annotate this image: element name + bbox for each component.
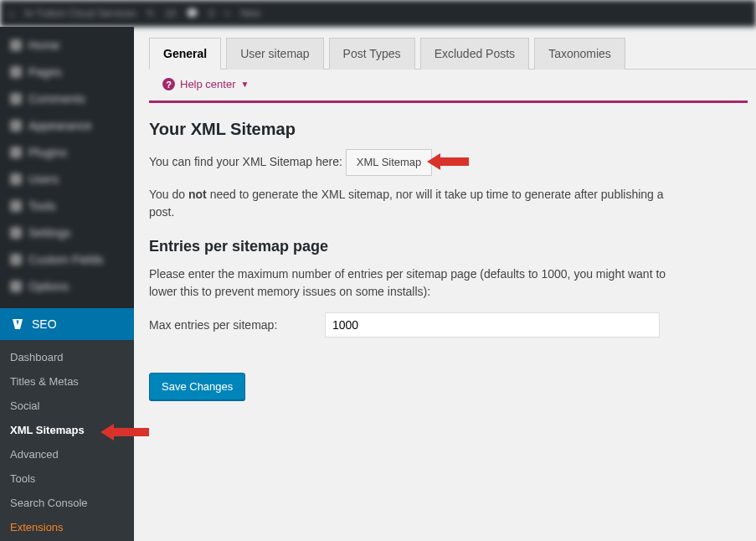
admin-topbar: ⌂ In-Tuition Cloud Services ↻10 💬0 +New <box>0 0 756 27</box>
help-icon: ? <box>162 78 175 90</box>
help-center-label: Help center <box>180 78 235 90</box>
entries-description: Please enter the maximum number of entri… <box>149 265 668 301</box>
sidebar-item-blurred[interactable]: Users <box>0 166 134 193</box>
sidebar-subitem-tools[interactable]: Tools <box>0 466 134 491</box>
tab-general[interactable]: General <box>149 38 221 70</box>
sidebar-subitem-xml-sitemaps[interactable]: XML Sitemaps <box>0 418 134 442</box>
sidebar-item-blurred[interactable]: Options <box>0 273 134 300</box>
sidebar-subitem-social[interactable]: Social <box>0 394 134 418</box>
help-center-toggle[interactable]: ? Help center ▼ <box>149 70 748 103</box>
sidebar-item-blurred[interactable]: Appearance <box>0 112 134 139</box>
sitemap-location-text: You can find your XML Sitemap here: XML … <box>149 149 668 176</box>
sidebar-subitem-dashboard[interactable]: Dashboard <box>0 345 134 369</box>
tab-post-types[interactable]: Post Types <box>329 38 415 70</box>
main-content: GeneralUser sitemapPost TypesExcluded Po… <box>134 27 756 541</box>
chevron-down-icon: ▼ <box>240 80 249 89</box>
sidebar-item-blurred[interactable]: Home <box>0 32 134 59</box>
sidebar-item-seo[interactable]: SEO <box>0 308 134 340</box>
sidebar-item-blurred[interactable]: Custom Fields <box>0 246 134 273</box>
sidebar-subitem-extensions[interactable]: Extensions <box>0 515 134 539</box>
sidebar-item-blurred[interactable]: Settings <box>0 219 134 246</box>
tab-user-sitemap[interactable]: User sitemap <box>226 38 323 70</box>
xml-sitemap-button[interactable]: XML Sitemap <box>346 149 433 176</box>
sidebar-item-blurred[interactable]: Comments <box>0 85 134 112</box>
sidebar-item-label: SEO <box>32 317 57 331</box>
max-entries-input[interactable] <box>325 312 660 337</box>
sidebar-item-blurred[interactable]: Plugins <box>0 139 134 166</box>
tab-taxonomies[interactable]: Taxonomies <box>534 38 625 70</box>
sidebar-subitem-search-console[interactable]: Search Console <box>0 491 134 515</box>
sidebar-item-blurred[interactable]: Tools <box>0 193 134 219</box>
yoast-icon <box>10 317 25 332</box>
sidebar-subitem-advanced[interactable]: Advanced <box>0 442 134 466</box>
section-heading-entries: Entries per sitemap page <box>149 238 756 255</box>
sitemap-note-text: You do not need to generate the XML site… <box>149 186 668 221</box>
save-changes-button[interactable]: Save Changes <box>149 373 245 400</box>
admin-sidebar: HomePagesCommentsAppearancePluginsUsersT… <box>0 27 134 541</box>
tab-excluded-posts[interactable]: Excluded Posts <box>420 38 530 70</box>
max-entries-label: Max entries per sitemap: <box>149 318 308 332</box>
sidebar-subitem-titles-metas[interactable]: Titles & Metas <box>0 369 134 394</box>
settings-tabs: GeneralUser sitemapPost TypesExcluded Po… <box>149 37 756 70</box>
section-heading-sitemap: Your XML Sitemap <box>149 120 756 139</box>
sidebar-item-blurred[interactable]: Pages <box>0 59 134 85</box>
